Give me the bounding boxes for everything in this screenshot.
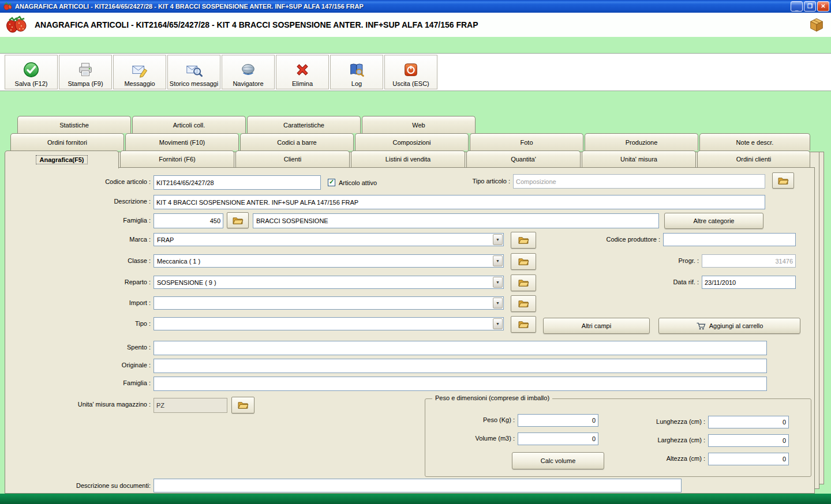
altre-categorie-button[interactable]: Altre categorie <box>664 213 763 229</box>
package-icon[interactable] <box>808 16 825 33</box>
tab-movimenti[interactable]: Movimenti (F10) <box>125 133 239 151</box>
originale-input[interactable] <box>154 359 767 373</box>
tipo-articolo-folder-button[interactable] <box>772 172 794 189</box>
minimize-button[interactable]: _ <box>791 1 803 12</box>
message-history-button[interactable]: Storico messaggi <box>167 55 220 89</box>
tab-note-e-descr[interactable]: Note e descr. <box>699 133 810 151</box>
toolbar-button-label: Messaggio <box>124 80 155 87</box>
tipo-folder-button[interactable] <box>511 316 536 333</box>
tab-label: Caratteristiche <box>283 122 324 129</box>
articolo-attivo-label: Articolo attivo <box>339 179 408 187</box>
close-button[interactable]: ✕ <box>817 1 829 12</box>
data-rif-input[interactable] <box>702 276 796 289</box>
printer-icon <box>77 61 94 78</box>
tab-caratteristiche[interactable]: Caratteristiche <box>247 116 361 133</box>
tab-ordini-fornitori[interactable]: Ordini fornitori <box>10 133 124 151</box>
progr-input <box>702 254 796 268</box>
reparto-combobox[interactable]: SOSPENSIONE ( 9 ) ▼ <box>154 276 504 289</box>
altezza-input[interactable] <box>708 453 789 465</box>
famiglia-folder-button[interactable] <box>227 212 249 228</box>
tab-foto[interactable]: Foto <box>470 133 583 151</box>
peso-dimensioni-groupbox: Peso e dimensioni (comprese di imballo) … <box>425 398 811 477</box>
tab-listini-di-vendita[interactable]: Listini di vendita <box>351 151 465 167</box>
codice-articolo-input[interactable] <box>154 175 321 190</box>
restore-button[interactable]: ❐ <box>804 1 816 12</box>
spento-input[interactable] <box>154 341 767 355</box>
import-dropdown-button[interactable]: ▼ <box>493 298 503 309</box>
unita-misura-folder-button[interactable] <box>231 397 254 413</box>
descrizione-input[interactable] <box>154 195 765 209</box>
folder-icon <box>518 236 529 245</box>
save-button[interactable]: Salva (F12) <box>5 55 58 89</box>
descrizione-documenti-input[interactable] <box>154 479 682 492</box>
classe-label: Classe : <box>63 257 151 265</box>
chevron-down-icon: ▼ <box>496 259 500 263</box>
peso-label: Peso (Kg) : <box>440 416 515 424</box>
tab-produzione[interactable]: Produzione <box>585 133 698 151</box>
exit-button[interactable]: Uscita (ESC) <box>384 55 437 89</box>
strawberry-icon <box>5 15 28 35</box>
tab-label: Unita' misura <box>620 156 657 163</box>
tab-unita-misura[interactable]: Unita' misura <box>582 151 696 167</box>
application-window: ANAGRAFICA ARTICOLI - KIT2164/65/2427/28… <box>0 0 831 504</box>
import-combobox[interactable]: ▼ <box>154 296 504 310</box>
codice-produttore-input[interactable] <box>663 233 796 246</box>
classe-value: Meccanica ( 1 ) <box>157 258 200 265</box>
marca-dropdown-button[interactable]: ▼ <box>493 234 503 245</box>
volume-input[interactable] <box>518 432 598 445</box>
reparto-folder-button[interactable] <box>511 274 536 291</box>
descrizione-label: Descrizione : <box>63 198 151 205</box>
lunghezza-input[interactable] <box>708 416 789 428</box>
marca-folder-button[interactable] <box>511 232 536 249</box>
classe-dropdown-button[interactable]: ▼ <box>493 255 503 266</box>
tab-clienti[interactable]: Clienti <box>235 151 350 167</box>
tipo-dropdown-button[interactable]: ▼ <box>493 318 503 329</box>
articolo-attivo-checkbox[interactable]: ✓ <box>328 179 335 186</box>
altri-campi-button[interactable]: Altri campi <box>543 318 650 334</box>
toolbar: Salva (F12) Stampa (F9) Messaggi <box>0 53 831 91</box>
tab-label: Listini di vendita <box>385 156 431 163</box>
data-rif-label: Data rif. : <box>624 279 699 286</box>
peso-input[interactable] <box>518 414 598 427</box>
folder-icon <box>518 279 529 287</box>
tab-fornitori[interactable]: Fornitori (F6) <box>120 151 234 167</box>
import-folder-button[interactable] <box>511 295 536 312</box>
altre-categorie-label: Altre categorie <box>694 217 735 224</box>
classe-folder-button[interactable] <box>511 253 536 270</box>
toolbar-button-label: Uscita (ESC) <box>392 80 429 87</box>
larghezza-input[interactable] <box>708 434 789 447</box>
tab-label: Ordini fornitori <box>47 139 87 146</box>
message-button[interactable]: Messaggio <box>113 55 166 89</box>
calc-volume-button[interactable]: Calc volume <box>512 452 604 469</box>
tab-anagrafica[interactable]: Anagrafica(F5) <box>5 151 119 168</box>
tab-statistiche[interactable]: Statistiche <box>17 116 131 133</box>
tab-codici-a-barre[interactable]: Codici a barre <box>240 133 354 151</box>
tab-web[interactable]: Web <box>362 116 476 133</box>
aggiungi-al-carrello-button[interactable]: Aggiungi al carrello <box>658 318 800 334</box>
close-icon: ✕ <box>821 3 825 9</box>
reparto-dropdown-button[interactable]: ▼ <box>493 277 503 288</box>
famiglia-2-input[interactable] <box>154 377 767 391</box>
tab-composizioni[interactable]: Composizioni <box>355 133 469 151</box>
window-controls: _ ❐ ✕ <box>791 1 829 12</box>
status-bar <box>0 494 831 504</box>
navigator-button[interactable]: Navigatore <box>222 55 275 89</box>
cart-icon <box>696 322 706 330</box>
marca-value: FRAP <box>157 236 174 243</box>
altri-campi-label: Altri campi <box>582 322 611 329</box>
tab-ordini-clienti[interactable]: Ordini clienti <box>697 151 810 167</box>
log-button[interactable]: Log <box>330 55 383 89</box>
tab-articoli-coll[interactable]: Articoli coll. <box>132 116 246 133</box>
tab-row-1: Statistiche Articoli coll. Caratteristic… <box>17 116 476 133</box>
classe-combobox[interactable]: Meccanica ( 1 ) ▼ <box>154 254 504 268</box>
minimize-icon: _ <box>795 5 799 11</box>
marca-combobox[interactable]: FRAP ▼ <box>154 233 504 246</box>
delete-button[interactable]: Elimina <box>276 55 329 89</box>
reparto-value: SOSPENSIONE ( 9 ) <box>157 279 216 286</box>
print-button[interactable]: Stampa (F9) <box>59 55 112 89</box>
aggiungi-al-carrello-label: Aggiungi al carrello <box>709 322 763 329</box>
tab-quantita[interactable]: Quantita' <box>466 151 581 167</box>
tab-label: Note e descr. <box>736 139 774 146</box>
famiglia-code-input[interactable] <box>154 213 223 228</box>
tipo-combobox[interactable]: ▼ <box>154 317 504 330</box>
